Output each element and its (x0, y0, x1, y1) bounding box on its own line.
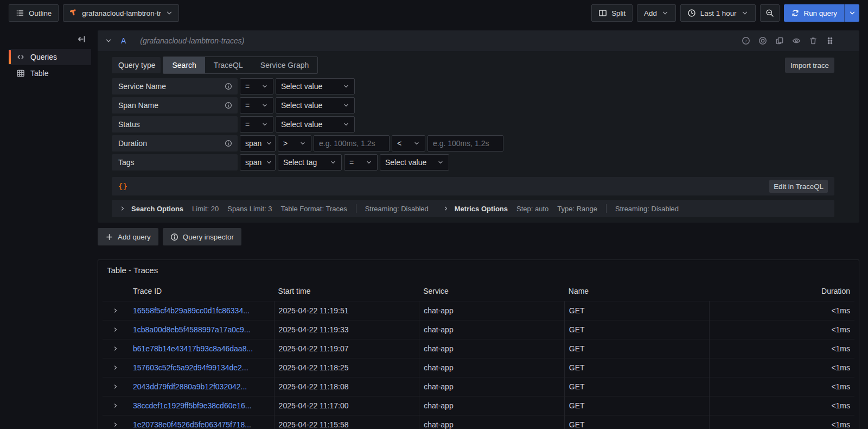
trace-id-link[interactable]: b61e78b14e43417b93c8a46daa8... (133, 344, 253, 353)
row-expander[interactable] (103, 301, 129, 320)
explore-content: Queries Table A (grafanacloud-lambtron-t… (0, 26, 868, 429)
remove-query-trash-icon[interactable] (809, 36, 818, 45)
split-label: Split (611, 9, 626, 17)
sidebar-item-queries[interactable]: Queries (9, 49, 91, 65)
trace-id-link[interactable]: 1e20738e0f4526d5fe063475f718... (133, 420, 251, 429)
column-header-start-time[interactable]: Start time (274, 283, 419, 301)
outline-label: Outline (29, 9, 52, 17)
trace-id-cell: 1cb8a00d8eb5f4588997a17a0c9... (129, 320, 274, 339)
query-inspector-button[interactable]: Query inspector (163, 228, 241, 245)
sidebar-item-table[interactable]: Table (9, 65, 91, 81)
query-row-actions: ? (742, 36, 834, 45)
tags-tag-select[interactable]: Select tag (278, 154, 342, 171)
search-streaming-stat: Streaming: Disabled (365, 205, 429, 213)
duration-scope-select[interactable]: span (240, 135, 276, 152)
trace-id-link[interactable]: 38ccdef1c1929ff5bf9e38cd60e16... (133, 401, 251, 410)
record-query-icon[interactable] (758, 36, 767, 45)
search-options-toggle[interactable]: Search Options (119, 205, 183, 213)
add-label: Add (644, 9, 657, 17)
query-type-service-graph[interactable]: Service Graph (252, 57, 317, 73)
import-trace-button[interactable]: Import trace (785, 58, 834, 73)
tags-label-box: Tags (112, 154, 238, 171)
outline-button[interactable]: Outline (9, 4, 59, 22)
query-type-search[interactable]: Search (163, 57, 205, 73)
chevron-down-icon (741, 9, 749, 17)
tags-operator-select[interactable]: = (344, 154, 378, 171)
column-header-service[interactable]: Service (419, 283, 564, 301)
query-type-traceql[interactable]: TraceQL (205, 57, 252, 73)
service-name-operator-select[interactable]: = (240, 78, 273, 94)
query-ref-id[interactable]: A (121, 36, 126, 45)
time-range-picker[interactable]: Last 1 hour (680, 4, 756, 22)
time-zoom-out-button[interactable] (760, 4, 780, 22)
search-limit-stat: Limit: 20 (192, 205, 219, 213)
query-editor-body: Query type Search TraceQL Service Graph … (98, 51, 859, 223)
trace-id-link[interactable]: 157603c52fc5a92d94f99134de2... (133, 363, 248, 372)
tags-value-select[interactable]: Select value (380, 154, 449, 171)
span-name-operator-select[interactable]: = (240, 97, 273, 113)
collapse-outline-button[interactable] (9, 33, 91, 49)
tags-scope-select[interactable]: span (240, 154, 276, 171)
add-query-button[interactable]: Add query (98, 228, 158, 245)
split-button[interactable]: Split (591, 4, 633, 22)
toggle-visibility-eye-icon[interactable] (792, 36, 801, 45)
add-query-label: Add query (118, 233, 151, 241)
service-cell: chat-app (419, 377, 564, 396)
arrow-to-left-icon (77, 35, 86, 43)
query-options-row: Search Options Limit: 20 Spans Limit: 3 … (112, 200, 834, 217)
status-value-select[interactable]: Select value (276, 116, 355, 133)
row-expander[interactable] (103, 358, 129, 377)
status-operator-select[interactable]: = (240, 116, 273, 133)
sync-icon (791, 9, 800, 17)
drag-handle-icon[interactable] (826, 36, 834, 45)
row-expander[interactable] (103, 377, 129, 396)
duration-min-input[interactable] (314, 135, 390, 152)
service-cell: chat-app (419, 358, 564, 377)
trace-id-cell: b61e78b14e43417b93c8a46daa8... (129, 339, 274, 358)
sidebar-item-label: Table (30, 69, 48, 78)
trace-id-link[interactable]: 1cb8a00d8eb5f4588997a17a0c9... (133, 325, 250, 334)
row-expander[interactable] (103, 339, 129, 358)
add-dropdown-button[interactable]: Add (637, 4, 676, 22)
operator-value: = (245, 120, 250, 129)
column-header-duration[interactable]: Duration (709, 283, 854, 301)
duration-cell: <1ms (709, 377, 854, 396)
code-brackets-icon (16, 53, 25, 61)
row-expander[interactable] (103, 320, 129, 339)
query-type-label: Query type (112, 57, 161, 73)
chevron-right-icon (119, 205, 126, 212)
filter-row-status: Status = Select value (112, 116, 834, 133)
duration-max-input[interactable] (427, 135, 503, 152)
chevron-right-icon (443, 205, 449, 212)
field-label: Tags (118, 158, 135, 167)
datasource-picker[interactable]: grafanacloud-lambtron-tr (63, 4, 179, 22)
operator-value: = (245, 82, 250, 91)
edit-in-traceql-button[interactable]: Edit in TraceQL (769, 180, 828, 193)
query-datasource-hint: (grafanacloud-lambtron-traces) (140, 36, 244, 45)
trace-id-link[interactable]: 16558f5cf4b29a89cc0d1fc86334... (133, 306, 250, 315)
run-query-caret-button[interactable] (844, 4, 859, 22)
duplicate-query-icon[interactable] (775, 36, 784, 45)
help-icon[interactable]: ? (742, 36, 750, 45)
datasource-name: grafanacloud-lambtron-tr (82, 9, 161, 17)
start-time-cell: 2025-04-22 11:19:07 (274, 339, 419, 358)
query-type-row: Query type Search TraceQL Service Graph … (112, 56, 834, 74)
run-query-button[interactable]: Run query (784, 4, 845, 22)
duration-min-operator-select[interactable]: > (278, 135, 311, 152)
span-name-value-select[interactable]: Select value (276, 97, 355, 113)
options-divider (356, 204, 356, 213)
chevron-down-icon (299, 140, 306, 147)
column-header-trace-id[interactable]: Trace ID (129, 283, 274, 301)
service-name-value-select[interactable]: Select value (276, 78, 355, 94)
collapse-query-chevron-icon[interactable] (105, 37, 112, 45)
row-expander[interactable] (103, 415, 129, 429)
trace-id-link[interactable]: 2043dd79fdf2880a9b12f032042... (133, 382, 247, 391)
column-header-name[interactable]: Name (564, 283, 710, 301)
row-expander[interactable] (103, 396, 129, 415)
duration-max-operator-select[interactable]: < (392, 135, 425, 152)
span-name-label-box: Span Name (112, 97, 238, 113)
sidebar-item-label: Queries (30, 53, 57, 61)
metrics-options-toggle[interactable]: Metrics Options (443, 205, 508, 213)
status-label-box: Status (112, 116, 238, 133)
panel-title: Table - Traces (98, 266, 859, 275)
